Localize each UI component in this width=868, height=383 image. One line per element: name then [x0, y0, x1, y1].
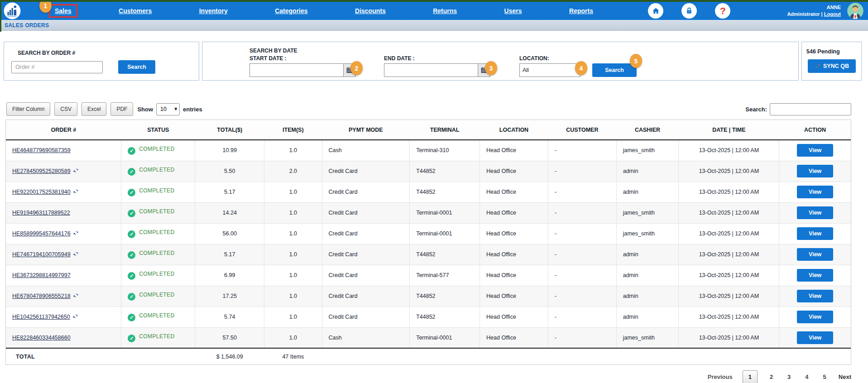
status-cell: ✓COMPLETED: [121, 140, 195, 161]
csv-button[interactable]: CSV: [54, 102, 77, 116]
sync-icon: [72, 313, 78, 321]
app-logo[interactable]: [4, 2, 21, 19]
action-cell: View: [779, 161, 851, 182]
logout-link[interactable]: Logout: [824, 11, 841, 17]
action-cell: View: [779, 140, 851, 161]
location-cell: Head Office: [480, 265, 548, 286]
order-link[interactable]: HE3673298814997997: [12, 272, 71, 278]
action-cell: View: [779, 182, 851, 202]
status-cell: ✓COMPLETED: [121, 265, 195, 286]
column-header: LOCATION: [480, 120, 548, 140]
terminal-cell: T44852: [410, 306, 480, 327]
location-cell: Head Office: [480, 182, 548, 202]
items-cell: 1.0: [264, 182, 322, 202]
terminal-cell: Terminal-0001: [410, 223, 480, 244]
customer-cell: -: [548, 202, 616, 223]
table-row: HE1042561137942650✓COMPLETED5.741.0Credi…: [6, 306, 851, 327]
sync-arrows-icon: [815, 63, 821, 69]
logo-icon: [4, 2, 21, 19]
check-icon: ✓: [128, 168, 135, 176]
check-icon: ✓: [128, 230, 135, 238]
order-link[interactable]: HE9220017525381940: [12, 189, 71, 195]
order-link[interactable]: HE9194963117889522: [12, 210, 70, 216]
view-button[interactable]: View: [797, 290, 833, 302]
annotation-badge-2: 2: [350, 61, 363, 75]
order-link[interactable]: HE2784509525280589: [12, 168, 71, 174]
datetime-cell: 13-Oct-2025 | 12:00 AM: [679, 140, 779, 161]
pymt-mode-cell: Credit Card: [322, 202, 410, 223]
pagination-next[interactable]: Next: [839, 373, 851, 380]
customer-cell: -: [548, 140, 616, 161]
pagination-page-3[interactable]: 3: [785, 371, 793, 383]
cashier-cell: james_smith: [616, 327, 679, 348]
status-label: COMPLETED: [139, 167, 174, 173]
sync-qb-button[interactable]: SYNC QB: [808, 59, 856, 73]
nav-item-customers[interactable]: Customers: [113, 4, 158, 18]
view-button[interactable]: View: [797, 269, 833, 282]
pagination-page-5[interactable]: 5: [821, 371, 829, 383]
cashier-cell: james_smith: [616, 223, 679, 244]
location-select[interactable]: All: [519, 63, 580, 77]
start-date-group: START DATE : 2: [249, 55, 356, 77]
user-avatar[interactable]: [847, 3, 863, 19]
location-cell: Head Office: [480, 306, 548, 327]
pagination-page-2[interactable]: 2: [767, 371, 775, 383]
sync-icon: [73, 292, 79, 300]
status-label: COMPLETED: [139, 187, 174, 194]
order-number-input[interactable]: [11, 61, 103, 73]
order-link[interactable]: HE6780478906555218: [12, 293, 71, 299]
datetime-cell: 13-Oct-2025 | 12:00 AM: [679, 202, 779, 223]
items-cell: 1.0: [264, 306, 322, 327]
order-search-button[interactable]: Search: [118, 60, 155, 74]
check-icon: ✓: [128, 147, 135, 155]
home-icon[interactable]: [648, 3, 663, 19]
status-cell: ✓COMPLETED: [121, 306, 195, 327]
nav-item-users[interactable]: Users: [499, 4, 528, 18]
status-label: COMPLETED: [139, 312, 174, 319]
items-cell: 1.0: [264, 140, 322, 161]
nav-item-sales[interactable]: Sales1: [49, 4, 77, 18]
pagination-page-1[interactable]: 1: [743, 370, 758, 383]
view-button[interactable]: View: [797, 206, 833, 219]
items-cell: 1.0: [264, 223, 322, 244]
order-link[interactable]: HE8228460334458660: [12, 335, 71, 341]
view-button[interactable]: View: [797, 248, 833, 261]
total-cell: 56.00: [195, 223, 264, 244]
nav-item-categories[interactable]: Categories: [269, 4, 313, 18]
view-button[interactable]: View: [797, 331, 833, 344]
start-date-input[interactable]: [249, 63, 344, 77]
order-link[interactable]: HE7467194100705949: [12, 251, 71, 258]
action-cell: View: [779, 327, 851, 348]
view-button[interactable]: View: [797, 186, 833, 198]
table-search-label: Search:: [745, 106, 767, 113]
view-button[interactable]: View: [797, 144, 833, 157]
order-link[interactable]: HE8589995457644176: [12, 230, 71, 237]
lock-icon[interactable]: [681, 3, 697, 19]
terminal-cell: T44852: [410, 182, 480, 202]
filter-column-button[interactable]: Filter Column: [6, 102, 50, 116]
nav-item-reports[interactable]: Reports: [563, 4, 599, 18]
order-link[interactable]: HE1042561137942650: [12, 314, 70, 320]
excel-button[interactable]: Excel: [82, 102, 106, 116]
nav-item-returns[interactable]: Returns: [427, 4, 463, 18]
pagination-previous[interactable]: Previous: [708, 373, 733, 380]
nav-item-inventory[interactable]: Inventory: [193, 4, 234, 18]
end-date-input[interactable]: [384, 63, 478, 77]
entries-select[interactable]: 10: [156, 103, 180, 115]
pagination-pages: 12345: [743, 370, 829, 383]
user-block: ANNE Administrator | Logout: [787, 4, 841, 18]
date-search-button[interactable]: Search: [592, 63, 637, 77]
order-link[interactable]: HE4648779690587359: [12, 147, 71, 153]
view-button[interactable]: View: [797, 165, 833, 177]
check-icon: ✓: [128, 335, 135, 342]
table-row: HE9194963117889522✓COMPLETED14.241.0Cred…: [6, 202, 851, 223]
pagination-page-4[interactable]: 4: [803, 371, 810, 383]
view-button[interactable]: View: [797, 227, 833, 240]
pdf-button[interactable]: PDF: [110, 102, 133, 116]
view-button[interactable]: View: [797, 311, 833, 323]
nav-item-discounts[interactable]: Discounts: [349, 4, 392, 18]
terminal-cell: T44852: [410, 161, 480, 182]
check-icon: ✓: [128, 189, 135, 196]
table-search-input[interactable]: [770, 103, 851, 115]
help-icon[interactable]: ?: [715, 3, 730, 19]
